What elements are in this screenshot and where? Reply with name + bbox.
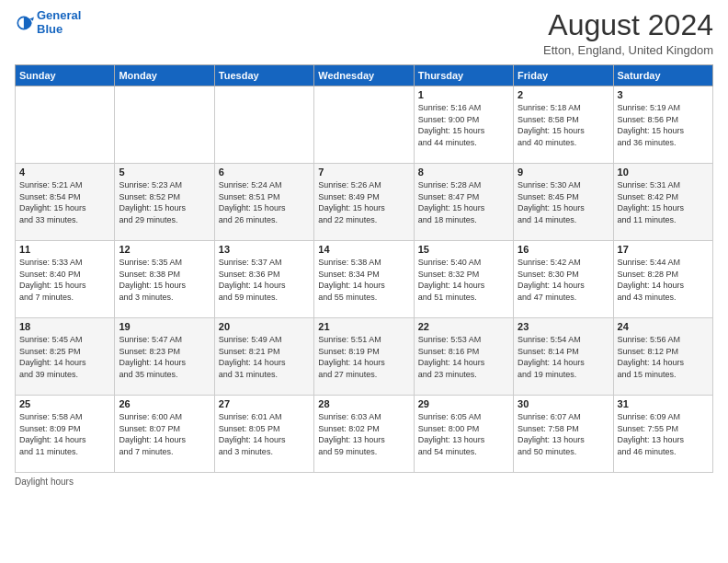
day-number: 26 <box>119 398 210 409</box>
day-number: 5 <box>119 167 210 178</box>
calendar-cell: 21Sunrise: 5:51 AM Sunset: 8:19 PM Dayli… <box>314 318 414 396</box>
calendar-cell: 14Sunrise: 5:38 AM Sunset: 8:34 PM Dayli… <box>314 241 414 318</box>
calendar-cell: 7Sunrise: 5:26 AM Sunset: 8:49 PM Daylig… <box>314 164 414 241</box>
week-row-4: 18Sunrise: 5:45 AM Sunset: 8:25 PM Dayli… <box>16 318 713 396</box>
footer-note: Daylight hours <box>15 477 713 487</box>
day-content: Sunrise: 5:56 AM Sunset: 8:12 PM Dayligh… <box>618 334 709 380</box>
day-content: Sunrise: 5:53 AM Sunset: 8:16 PM Dayligh… <box>418 334 509 380</box>
calendar-cell: 13Sunrise: 5:37 AM Sunset: 8:36 PM Dayli… <box>214 241 313 318</box>
calendar-cell <box>115 86 214 164</box>
day-content: Sunrise: 5:26 AM Sunset: 8:49 PM Dayligh… <box>318 179 409 225</box>
calendar-cell: 12Sunrise: 5:35 AM Sunset: 8:38 PM Dayli… <box>115 241 214 318</box>
day-content: Sunrise: 5:54 AM Sunset: 8:14 PM Dayligh… <box>518 334 609 380</box>
day-content: Sunrise: 6:07 AM Sunset: 7:58 PM Dayligh… <box>518 411 609 457</box>
calendar-cell: 29Sunrise: 6:05 AM Sunset: 8:00 PM Dayli… <box>414 396 513 473</box>
calendar-cell: 23Sunrise: 5:54 AM Sunset: 8:14 PM Dayli… <box>514 318 613 396</box>
day-number: 16 <box>518 244 609 255</box>
calendar-cell: 4Sunrise: 5:21 AM Sunset: 8:54 PM Daylig… <box>16 164 115 241</box>
day-number: 30 <box>518 398 609 409</box>
day-number: 3 <box>618 89 709 100</box>
calendar-cell <box>16 86 115 164</box>
calendar-cell: 19Sunrise: 5:47 AM Sunset: 8:23 PM Dayli… <box>115 318 214 396</box>
calendar-cell: 31Sunrise: 6:09 AM Sunset: 7:55 PM Dayli… <box>613 396 712 473</box>
title-block: August 2024 Etton, England, United Kingd… <box>543 9 713 57</box>
day-content: Sunrise: 5:33 AM Sunset: 8:40 PM Dayligh… <box>19 257 110 303</box>
calendar-cell: 26Sunrise: 6:00 AM Sunset: 8:07 PM Dayli… <box>115 396 214 473</box>
calendar-cell: 20Sunrise: 5:49 AM Sunset: 8:21 PM Dayli… <box>214 318 313 396</box>
daylight-label: Daylight hours <box>15 477 74 487</box>
day-number: 22 <box>418 321 509 332</box>
day-number: 27 <box>219 398 310 409</box>
day-content: Sunrise: 5:44 AM Sunset: 8:28 PM Dayligh… <box>618 257 709 303</box>
calendar-table: SundayMondayTuesdayWednesdayThursdayFrid… <box>15 64 713 473</box>
day-number: 12 <box>119 244 210 255</box>
day-number: 25 <box>19 398 110 409</box>
day-number: 21 <box>318 321 409 332</box>
day-content: Sunrise: 5:58 AM Sunset: 8:09 PM Dayligh… <box>19 411 110 457</box>
day-content: Sunrise: 6:03 AM Sunset: 8:02 PM Dayligh… <box>318 411 409 457</box>
day-content: Sunrise: 5:16 AM Sunset: 9:00 PM Dayligh… <box>418 102 509 148</box>
calendar-cell: 27Sunrise: 6:01 AM Sunset: 8:05 PM Dayli… <box>214 396 313 473</box>
day-number: 8 <box>418 167 509 178</box>
day-content: Sunrise: 5:21 AM Sunset: 8:54 PM Dayligh… <box>19 179 110 225</box>
day-number: 4 <box>19 167 110 178</box>
calendar-cell: 10Sunrise: 5:31 AM Sunset: 8:42 PM Dayli… <box>613 164 712 241</box>
day-content: Sunrise: 6:09 AM Sunset: 7:55 PM Dayligh… <box>618 411 709 457</box>
day-content: Sunrise: 5:23 AM Sunset: 8:52 PM Dayligh… <box>119 179 210 225</box>
day-header-thursday: Thursday <box>414 65 513 86</box>
calendar-cell: 2Sunrise: 5:18 AM Sunset: 8:58 PM Daylig… <box>514 86 613 164</box>
day-number: 1 <box>418 89 509 100</box>
day-number: 10 <box>618 167 709 178</box>
logo-text: General Blue <box>37 9 81 37</box>
calendar-cell: 3Sunrise: 5:19 AM Sunset: 8:56 PM Daylig… <box>613 86 712 164</box>
calendar-cell: 5Sunrise: 5:23 AM Sunset: 8:52 PM Daylig… <box>115 164 214 241</box>
calendar-cell: 24Sunrise: 5:56 AM Sunset: 8:12 PM Dayli… <box>613 318 712 396</box>
day-number: 6 <box>219 167 310 178</box>
calendar-cell: 8Sunrise: 5:28 AM Sunset: 8:47 PM Daylig… <box>414 164 513 241</box>
day-number: 7 <box>318 167 409 178</box>
week-row-1: 1Sunrise: 5:16 AM Sunset: 9:00 PM Daylig… <box>16 86 713 164</box>
day-content: Sunrise: 5:30 AM Sunset: 8:45 PM Dayligh… <box>518 179 609 225</box>
day-content: Sunrise: 6:05 AM Sunset: 8:00 PM Dayligh… <box>418 411 509 457</box>
day-content: Sunrise: 5:19 AM Sunset: 8:56 PM Dayligh… <box>618 102 709 148</box>
day-content: Sunrise: 5:24 AM Sunset: 8:51 PM Dayligh… <box>219 179 310 225</box>
calendar-cell: 28Sunrise: 6:03 AM Sunset: 8:02 PM Dayli… <box>314 396 414 473</box>
week-row-2: 4Sunrise: 5:21 AM Sunset: 8:54 PM Daylig… <box>16 164 713 241</box>
header: General Blue August 2024 Etton, England,… <box>15 9 713 57</box>
calendar-cell: 6Sunrise: 5:24 AM Sunset: 8:51 PM Daylig… <box>214 164 313 241</box>
calendar-cell: 22Sunrise: 5:53 AM Sunset: 8:16 PM Dayli… <box>414 318 513 396</box>
day-content: Sunrise: 5:47 AM Sunset: 8:23 PM Dayligh… <box>119 334 210 380</box>
day-content: Sunrise: 5:35 AM Sunset: 8:38 PM Dayligh… <box>119 257 210 303</box>
day-number: 28 <box>318 398 409 409</box>
calendar-cell: 15Sunrise: 5:40 AM Sunset: 8:32 PM Dayli… <box>414 241 513 318</box>
day-header-saturday: Saturday <box>613 65 712 86</box>
day-content: Sunrise: 5:49 AM Sunset: 8:21 PM Dayligh… <box>219 334 310 380</box>
day-content: Sunrise: 5:28 AM Sunset: 8:47 PM Dayligh… <box>418 179 509 225</box>
calendar-cell: 30Sunrise: 6:07 AM Sunset: 7:58 PM Dayli… <box>514 396 613 473</box>
day-content: Sunrise: 5:37 AM Sunset: 8:36 PM Dayligh… <box>219 257 310 303</box>
day-content: Sunrise: 5:38 AM Sunset: 8:34 PM Dayligh… <box>318 257 409 303</box>
day-header-monday: Monday <box>115 65 214 86</box>
day-number: 20 <box>219 321 310 332</box>
calendar-cell <box>314 86 414 164</box>
month-title: August 2024 <box>543 9 713 41</box>
day-number: 13 <box>219 244 310 255</box>
day-content: Sunrise: 5:31 AM Sunset: 8:42 PM Dayligh… <box>618 179 709 225</box>
day-header-friday: Friday <box>514 65 613 86</box>
day-header-sunday: Sunday <box>16 65 115 86</box>
day-number: 9 <box>518 167 609 178</box>
week-row-5: 25Sunrise: 5:58 AM Sunset: 8:09 PM Dayli… <box>16 396 713 473</box>
day-content: Sunrise: 5:45 AM Sunset: 8:25 PM Dayligh… <box>19 334 110 380</box>
day-number: 15 <box>418 244 509 255</box>
day-header-wednesday: Wednesday <box>314 65 414 86</box>
day-content: Sunrise: 5:42 AM Sunset: 8:30 PM Dayligh… <box>518 257 609 303</box>
day-content: Sunrise: 6:00 AM Sunset: 8:07 PM Dayligh… <box>119 411 210 457</box>
calendar-cell: 18Sunrise: 5:45 AM Sunset: 8:25 PM Dayli… <box>16 318 115 396</box>
page: General Blue August 2024 Etton, England,… <box>0 0 728 563</box>
header-row: SundayMondayTuesdayWednesdayThursdayFrid… <box>16 65 713 86</box>
day-number: 19 <box>119 321 210 332</box>
day-number: 11 <box>19 244 110 255</box>
logo: General Blue <box>15 9 81 37</box>
calendar-cell: 11Sunrise: 5:33 AM Sunset: 8:40 PM Dayli… <box>16 241 115 318</box>
calendar-cell: 17Sunrise: 5:44 AM Sunset: 8:28 PM Dayli… <box>613 241 712 318</box>
